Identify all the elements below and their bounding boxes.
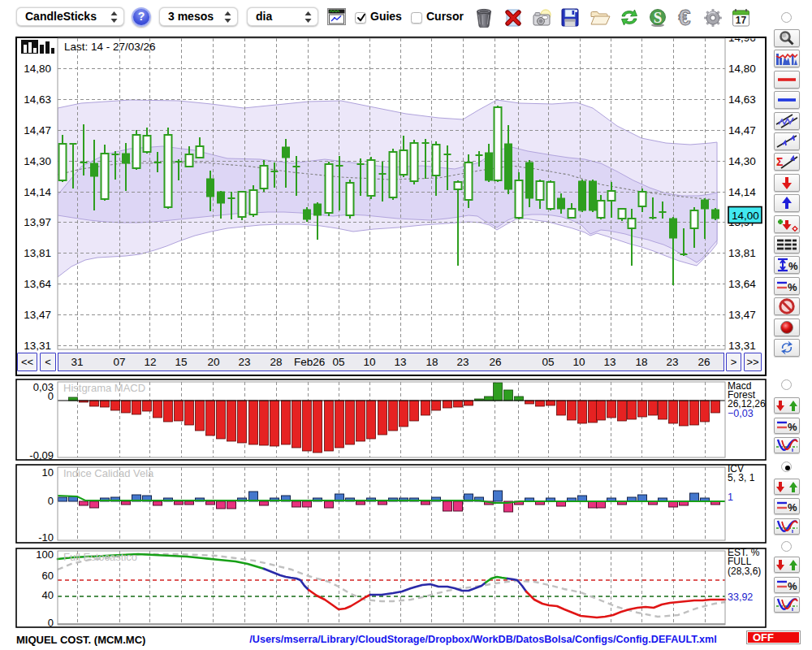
svg-text:14,80: 14,80 bbox=[728, 63, 756, 75]
svg-text:-0,09: -0,09 bbox=[29, 449, 54, 462]
svg-text:14,30: 14,30 bbox=[24, 155, 51, 167]
svg-text:14,47: 14,47 bbox=[728, 124, 756, 136]
svg-text:14,00: 14,00 bbox=[732, 210, 759, 222]
svg-text:%: % bbox=[788, 260, 798, 272]
svg-text:13,64: 13,64 bbox=[728, 278, 756, 290]
svg-text:14,63: 14,63 bbox=[728, 93, 756, 106]
svg-text:60: 60 bbox=[42, 570, 54, 582]
svg-text:33,92: 33,92 bbox=[728, 592, 753, 603]
svg-text:13,81: 13,81 bbox=[24, 247, 51, 259]
svg-text:Full Estocastico: Full Estocastico bbox=[63, 551, 137, 563]
svg-text:5, 3, 1: 5, 3, 1 bbox=[728, 472, 755, 483]
svg-text:14,30: 14,30 bbox=[728, 155, 756, 167]
svg-text:0: 0 bbox=[48, 390, 54, 402]
svg-text:13,81: 13,81 bbox=[728, 247, 756, 259]
svg-text:0: 0 bbox=[48, 617, 54, 629]
svg-text:13,31: 13,31 bbox=[728, 340, 756, 352]
svg-text:%: % bbox=[788, 281, 797, 293]
svg-text:100: 100 bbox=[36, 548, 54, 561]
svg-text:-10: -10 bbox=[38, 531, 54, 544]
svg-text:13,64: 13,64 bbox=[24, 278, 51, 290]
svg-text:17: 17 bbox=[736, 15, 747, 26]
svg-text:13,31: 13,31 bbox=[24, 340, 51, 352]
svg-text:%: % bbox=[788, 501, 797, 514]
svg-text:40: 40 bbox=[42, 589, 54, 601]
svg-text:14,80: 14,80 bbox=[24, 63, 51, 75]
svg-text:13,97: 13,97 bbox=[24, 216, 51, 228]
svg-text:€: € bbox=[678, 7, 690, 28]
svg-text:%: % bbox=[788, 421, 797, 433]
svg-text:Σ: Σ bbox=[776, 155, 783, 168]
svg-text:10: 10 bbox=[42, 466, 54, 479]
svg-text:%: % bbox=[788, 580, 797, 592]
svg-text:14,63: 14,63 bbox=[24, 93, 51, 106]
svg-text:0: 0 bbox=[48, 495, 54, 507]
svg-text:14,14: 14,14 bbox=[728, 186, 756, 198]
svg-text:S: S bbox=[654, 9, 663, 26]
svg-text:1: 1 bbox=[728, 492, 733, 503]
svg-text:13,47: 13,47 bbox=[24, 309, 51, 321]
svg-text:Histgrama MACD: Histgrama MACD bbox=[63, 382, 145, 394]
svg-text:14,14: 14,14 bbox=[24, 186, 51, 198]
svg-text:(28,3,6): (28,3,6) bbox=[728, 566, 761, 577]
svg-text:14,47: 14,47 bbox=[24, 124, 51, 136]
svg-text:13,47: 13,47 bbox=[728, 309, 756, 321]
svg-text:Last: 14 - 27/03/26: Last: 14 - 27/03/26 bbox=[64, 41, 156, 53]
svg-text:Indice Calidad Vela: Indice Calidad Vela bbox=[63, 467, 154, 479]
svg-text:−0,03: −0,03 bbox=[728, 408, 754, 419]
